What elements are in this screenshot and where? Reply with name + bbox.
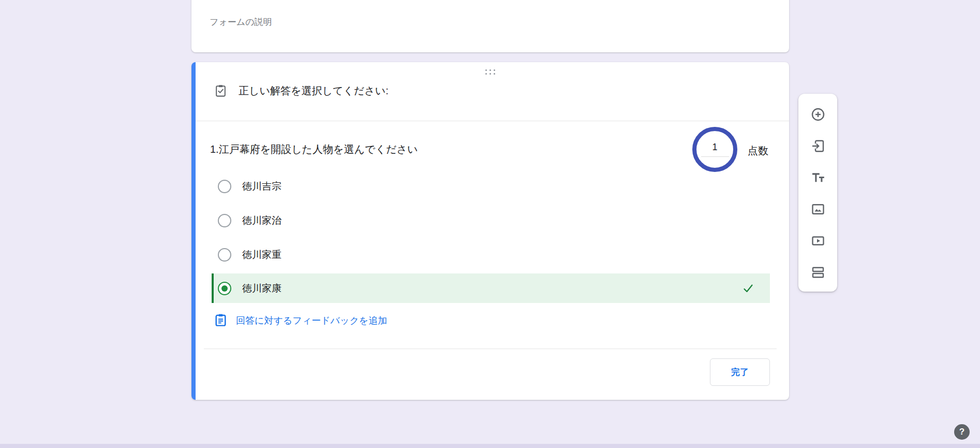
question-text: 1.江戸幕府を開設した人物を選んでください [210,142,418,156]
option-label: 徳川家治 [242,214,281,227]
option-row[interactable]: 徳川家治 [218,214,281,227]
points-label: 点数 [748,144,768,158]
add-image-icon[interactable] [810,201,826,217]
add-feedback-label: 回答に対するフィードバックを追加 [236,314,387,327]
add-video-icon[interactable] [810,233,826,249]
bottom-scrollbar-track [0,444,980,448]
header-divider [196,121,789,121]
add-section-icon[interactable] [810,265,826,280]
question-card: 正しい解答を選択してください: 1.江戸幕府を開設した人物を選んでください 1 … [191,62,789,400]
add-question-icon[interactable] [810,107,826,122]
option-label: 徳川吉宗 [242,180,281,193]
option-label: 徳川家重 [242,248,281,262]
form-description-input[interactable]: フォームの説明 [210,16,272,28]
add-feedback-link[interactable]: 回答に対するフィードバックを追加 [214,313,387,327]
option-row-correct[interactable]: 徳川家康 [212,273,770,303]
answer-key-header: 正しい解答を選択してください: [214,84,389,98]
option-row[interactable]: 徳川家重 [218,248,281,262]
import-questions-icon[interactable] [810,138,826,154]
option-label: 徳川家康 [242,282,281,295]
feedback-clipboard-icon [214,313,228,327]
active-card-accent-bar [191,62,196,400]
radio-icon[interactable] [218,180,231,193]
correct-checkmark-icon [742,282,754,295]
radio-selected-icon[interactable] [218,282,231,295]
help-button[interactable]: ? [954,424,970,440]
option-row[interactable]: 徳川吉宗 [218,180,281,193]
clipboard-check-icon [214,84,228,98]
radio-icon[interactable] [218,214,231,227]
side-toolbar [798,94,837,292]
add-title-text-icon[interactable] [810,170,826,185]
google-forms-editor: フォームの説明 正しい解答を選択してください: 1.江戸幕府を開設した人物を選ん… [0,0,980,448]
radio-icon[interactable] [218,248,231,262]
points-value[interactable]: 1 [701,142,729,157]
points-input[interactable]: 1 [692,127,737,172]
answer-key-title: 正しい解答を選択してください: [239,84,389,98]
drag-handle-icon[interactable] [485,69,495,75]
form-description-card: フォームの説明 [191,0,789,52]
footer-divider [204,349,777,349]
done-button[interactable]: 完了 [710,358,770,386]
